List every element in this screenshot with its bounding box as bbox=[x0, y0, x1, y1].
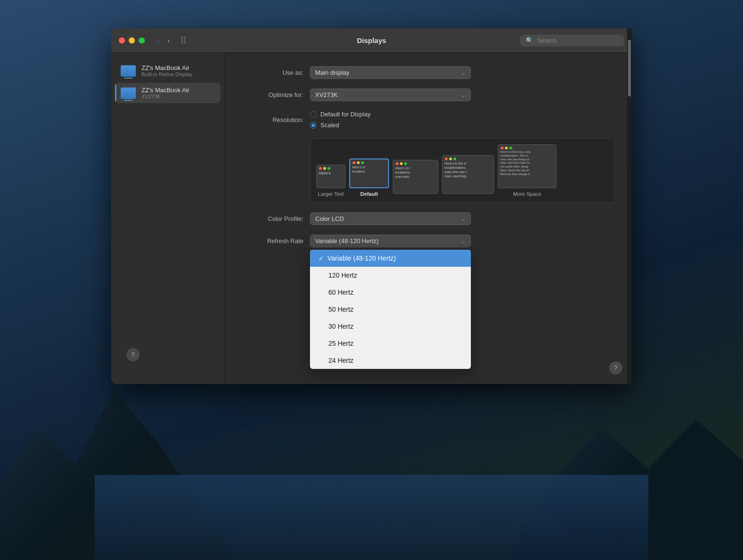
sidebar-item-text-xv273k: ZZ's MacBook Air XV273K bbox=[142, 87, 189, 99]
use-as-value: Main display bbox=[315, 69, 349, 76]
dot-yellow-3 bbox=[400, 162, 403, 165]
sidebar-item-text-builtin: ZZ's MacBook Air Built-in Retina Display bbox=[142, 64, 193, 77]
dot-green-3 bbox=[404, 162, 407, 165]
sidebar-item-xv273k[interactable]: ZZ's MacBook Air XV273K bbox=[115, 83, 221, 103]
refresh-rate-menu: ✓ Variable (48-120 Hertz) 120 Hertz 60 H… bbox=[310, 250, 471, 369]
thumb-text-3: Here's to ttroublemaones who bbox=[393, 166, 438, 181]
search-input[interactable] bbox=[537, 37, 619, 44]
refresh-option-24-label: 24 Hertz bbox=[318, 357, 354, 364]
sidebar-item-name-2: ZZ's MacBook Air bbox=[142, 87, 189, 94]
resolution-option-scaled[interactable]: Scaled bbox=[310, 122, 371, 129]
dot-green-4 bbox=[453, 158, 456, 160]
color-profile-value: Color LCD bbox=[315, 215, 344, 222]
res-thumb-4[interactable]: Here's to the crtroublemakers.ones who s… bbox=[442, 155, 494, 197]
res-thumb-img-2: Here's totroublem bbox=[349, 158, 389, 188]
dot-green-2 bbox=[361, 161, 364, 164]
scroll-track[interactable] bbox=[627, 28, 632, 384]
resolution-option-default[interactable]: Default for Display bbox=[310, 111, 371, 118]
window-title: Displays bbox=[357, 36, 386, 44]
color-profile-dropdown[interactable]: Color LCD ⌄ bbox=[310, 212, 471, 225]
forward-arrow[interactable]: › bbox=[164, 35, 172, 46]
main-content: Use as: Main display ⌄ Optimize for: XV2… bbox=[225, 53, 632, 384]
use-as-label: Use as: bbox=[242, 69, 303, 76]
optimize-for-label: Optimize for: bbox=[242, 91, 303, 98]
dot-yellow-2 bbox=[357, 161, 360, 164]
refresh-rate-arrow: ⌄ bbox=[461, 238, 466, 245]
refresh-option-25[interactable]: 25 Hertz bbox=[310, 335, 471, 352]
maximize-button[interactable] bbox=[139, 37, 145, 44]
refresh-option-variable-label: Variable (48-120 Hertz) bbox=[327, 254, 396, 262]
resolution-label: Resolution: bbox=[242, 116, 303, 123]
search-bar[interactable]: 🔍 bbox=[520, 35, 624, 46]
refresh-rate-dropdown-container: Variable (48-120 Hertz) ⌄ ✓ Variable (48… bbox=[310, 235, 471, 247]
thumb-text-1: Here's bbox=[317, 171, 345, 178]
thumb-text-4: Here's to the crtroublemakers.ones who s… bbox=[442, 161, 494, 180]
refresh-rate-label: Refresh Rate bbox=[242, 237, 303, 245]
close-button[interactable] bbox=[119, 37, 125, 44]
refresh-option-24[interactable]: 24 Hertz bbox=[310, 352, 471, 369]
res-thumb-img-5: Here's to the crazy onestroublemakers. T… bbox=[498, 144, 557, 188]
refresh-option-60-label: 60 Hertz bbox=[318, 289, 354, 296]
use-as-arrow: ⌄ bbox=[461, 70, 466, 76]
sidebar-item-builtin[interactable]: ZZ's MacBook Air Built-in Retina Display bbox=[115, 61, 221, 81]
dot-yellow-1 bbox=[323, 167, 326, 170]
resolution-radio-group: Default for Display Scaled bbox=[310, 111, 371, 129]
sidebar-item-sub-2: XV273K bbox=[142, 94, 189, 99]
sidebar: ZZ's MacBook Air Built-in Retina Display… bbox=[111, 53, 225, 384]
nav-arrows: ‹ › bbox=[154, 35, 173, 46]
active-accent bbox=[115, 85, 116, 101]
refresh-option-50[interactable]: 50 Hertz bbox=[310, 301, 471, 318]
refresh-option-30[interactable]: 30 Hertz bbox=[310, 318, 471, 335]
res-thumb-default[interactable]: Here's totroublem Default bbox=[349, 158, 389, 197]
dot-red-4 bbox=[445, 158, 448, 160]
thumb-dots-3 bbox=[393, 160, 438, 166]
dot-red-2 bbox=[353, 161, 355, 164]
search-icon: 🔍 bbox=[526, 37, 533, 44]
refresh-option-50-label: 50 Hertz bbox=[318, 306, 354, 313]
minimize-button[interactable] bbox=[129, 37, 135, 44]
optimize-for-dropdown[interactable]: XV273K ⌄ bbox=[310, 88, 471, 101]
res-thumb-img-1: Here's bbox=[316, 165, 345, 188]
res-label-default: Default bbox=[360, 191, 378, 197]
radio-scaled[interactable] bbox=[310, 122, 317, 129]
use-as-row: Use as: Main display ⌄ bbox=[242, 66, 615, 79]
refresh-option-variable[interactable]: ✓ Variable (48-120 Hertz) bbox=[310, 250, 471, 267]
refresh-rate-value: Variable (48-120 Hertz) bbox=[315, 237, 379, 245]
dot-yellow-5 bbox=[505, 147, 508, 149]
color-profile-label: Color Profile: bbox=[242, 215, 303, 222]
res-label-larger-text: Larger Text bbox=[318, 191, 344, 197]
radio-scaled-label: Scaled bbox=[320, 122, 339, 129]
thumb-text-5: Here's to the crazy onestroublemakers. T… bbox=[498, 150, 556, 178]
help-button-main[interactable]: ? bbox=[609, 361, 622, 375]
refresh-option-30-label: 30 Hertz bbox=[318, 323, 354, 330]
refresh-option-120[interactable]: 120 Hertz bbox=[310, 267, 471, 284]
optimize-for-value: XV273K bbox=[315, 91, 338, 98]
optimize-for-arrow: ⌄ bbox=[461, 92, 466, 98]
optimize-for-row: Optimize for: XV273K ⌄ bbox=[242, 88, 615, 101]
displays-window: ‹ › ⠿ Displays 🔍 ZZ's MacBook Air Built-… bbox=[111, 28, 632, 384]
refresh-rate-dropdown[interactable]: Variable (48-120 Hertz) ⌄ bbox=[310, 235, 471, 247]
color-profile-arrow: ⌄ bbox=[461, 216, 466, 222]
res-thumb-larger-text[interactable]: Here's Larger Text bbox=[316, 165, 345, 197]
radio-default-label: Default for Display bbox=[320, 111, 371, 118]
grid-icon[interactable]: ⠿ bbox=[180, 35, 186, 46]
res-label-more-space: More Space bbox=[513, 191, 541, 197]
radio-default[interactable] bbox=[310, 111, 317, 118]
traffic-lights bbox=[119, 37, 145, 44]
back-arrow[interactable]: ‹ bbox=[154, 35, 162, 46]
window-body: ZZ's MacBook Air Built-in Retina Display… bbox=[111, 53, 632, 384]
thumb-dots-5 bbox=[498, 145, 556, 150]
res-thumb-more-space[interactable]: Here's to the crazy onestroublemakers. T… bbox=[498, 144, 557, 197]
help-button-sidebar[interactable]: ? bbox=[126, 348, 140, 361]
titlebar: ‹ › ⠿ Displays 🔍 bbox=[111, 28, 632, 53]
dot-red-1 bbox=[319, 167, 322, 170]
thumb-dots-2 bbox=[350, 159, 388, 165]
thumb-dots-1 bbox=[317, 165, 345, 171]
res-thumb-3[interactable]: Here's to ttroublemaones who bbox=[393, 160, 438, 197]
use-as-dropdown[interactable]: Main display ⌄ bbox=[310, 66, 471, 79]
water bbox=[95, 475, 648, 560]
refresh-option-60[interactable]: 60 Hertz bbox=[310, 284, 471, 301]
scroll-thumb[interactable] bbox=[628, 40, 631, 96]
refresh-option-25-label: 25 Hertz bbox=[318, 340, 354, 347]
refresh-rate-row: Refresh Rate Variable (48-120 Hertz) ⌄ ✓… bbox=[242, 235, 615, 247]
